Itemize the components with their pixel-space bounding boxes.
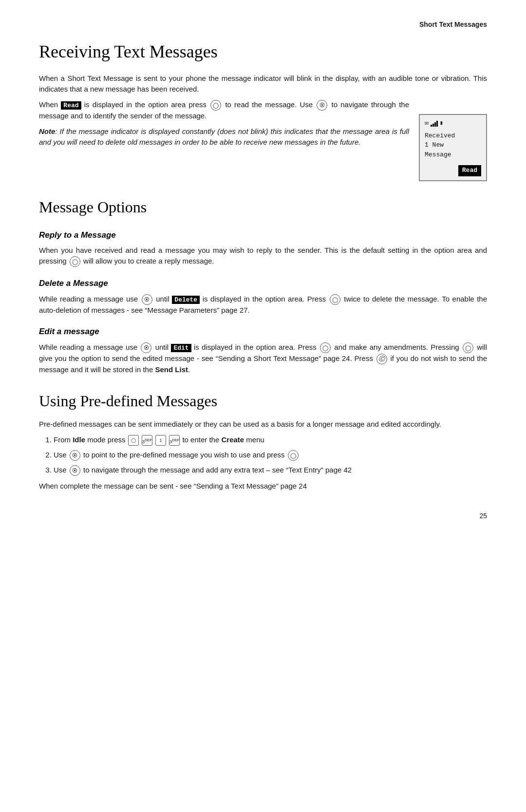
subsection-edit-text: While reading a message use ⦿ until Edit… <box>39 342 487 375</box>
nav-key-edit: ⦿ <box>141 342 151 353</box>
menu-key-predef: ◯ <box>288 450 299 461</box>
predefined-steps-list: From Idle mode press ◯ 3DEF 1 3DEF to en… <box>54 434 487 476</box>
section3-title: Using Pre-defined Messages <box>39 390 487 412</box>
delete-badge: Delete <box>172 296 200 304</box>
nav-key-predef: ⦿ <box>70 450 80 461</box>
menu-key-edit2: ◯ <box>463 342 473 353</box>
menu-key-edit1: ◯ <box>320 342 331 353</box>
section1-para1: When a Short Text Message is sent to you… <box>39 73 487 94</box>
envelope-icon: ✉ <box>425 119 429 128</box>
section1-para2: When Read is displayed in the option are… <box>39 99 409 121</box>
create-bold: Create <box>221 435 244 444</box>
note-label: Note <box>39 127 55 135</box>
list-item: From Idle mode press ◯ 3DEF 1 3DEF to en… <box>54 434 487 446</box>
key-1: 1 <box>155 435 166 446</box>
send-list-bold: Send List <box>155 365 188 374</box>
key-menu-sq: ◯ <box>128 435 139 446</box>
nav-key-predef2: ⦿ <box>70 465 80 476</box>
section1-note: Note: If the message indicator is displa… <box>39 126 409 148</box>
section2-title: Message Options <box>39 196 487 218</box>
nav-key-delete: ⦿ <box>142 294 152 305</box>
key-3def-2: 3DEF <box>169 435 180 446</box>
menu-key-delete: ◯ <box>330 294 340 305</box>
display-line1: Received <box>425 131 455 141</box>
phone-display: ✉ ▮ Received 1 New Message Read <box>419 114 487 181</box>
menu-key-reply: ◯ <box>70 256 80 267</box>
header-text: Short Text Messages <box>419 20 487 28</box>
list-item: Use ⦿ to navigate through the message an… <box>54 465 487 476</box>
section3-footer: When complete the message can be sent - … <box>39 481 487 491</box>
edit-badge: Edit <box>171 344 191 352</box>
section3-intro: Pre-defined messages can be sent immedia… <box>39 419 487 430</box>
menu-key-icon: ◯ <box>210 100 221 111</box>
c-key-icon: Ⓒ <box>376 354 387 364</box>
intro-block: When Read is displayed in the option are… <box>39 99 487 181</box>
battery-icon: ▮ <box>440 119 443 128</box>
intro-text: When Read is displayed in the option are… <box>39 99 409 181</box>
page-number: 25 <box>39 511 487 521</box>
page-header: Short Text Messages <box>39 19 487 29</box>
signal-icon <box>431 120 438 127</box>
display-line3: Message <box>425 150 455 160</box>
subsection-reply-title: Reply to a Message <box>39 229 487 242</box>
nav-key-icon: ⦿ <box>317 100 327 111</box>
phone-message-text: Received 1 New Message <box>425 131 455 160</box>
subsection-edit-title: Edit a message <box>39 326 487 338</box>
display-line2: 1 New <box>425 140 455 150</box>
subsection-delete-text: While reading a message use ⦿ until Dele… <box>39 294 487 316</box>
key-3def-1: 3DEF <box>142 435 152 446</box>
idle-bold: Idle <box>73 435 85 444</box>
read-badge-inline: Read <box>61 101 81 110</box>
subsection-delete-title: Delete a Message <box>39 278 487 290</box>
read-button-display: Read <box>458 165 481 176</box>
phone-status-bar: ✉ ▮ <box>425 119 443 128</box>
section1-title: Receiving Text Messages <box>39 39 487 64</box>
subsection-reply-text: When you have received and read a messag… <box>39 245 487 267</box>
list-item: Use ⦿ to point to the pre-defined messag… <box>54 450 487 461</box>
